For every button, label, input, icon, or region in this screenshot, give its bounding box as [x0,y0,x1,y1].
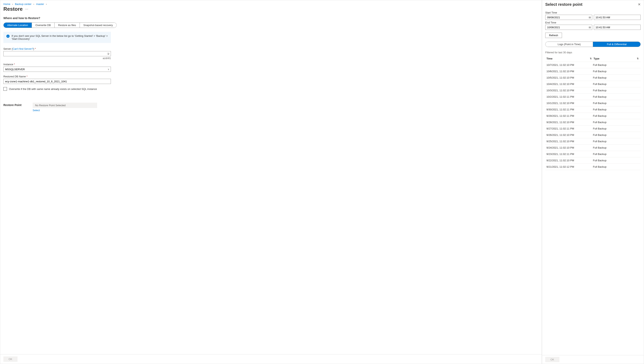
cell-type: Full Backup [593,134,639,136]
cell-time: 9/29/2021, 11:02:11 PM [546,114,593,117]
chevron-right-icon: › [34,3,34,6]
start-date-input[interactable] [545,15,592,20]
section-heading: Where and how to Restore? [4,16,538,20]
info-box: i If you don't see your SQL Server in th… [4,32,111,43]
cell-time: 9/28/2021, 11:02:10 PM [546,121,593,124]
dbname-input[interactable] [4,79,111,84]
sort-icon[interactable]: ⇅ [590,57,592,60]
cell-type: Full Backup [593,108,639,111]
cell-type: Full Backup [593,127,639,130]
table-row[interactable]: 9/22/2021, 11:02:10 PMFull Backup [545,157,640,164]
cell-type: Full Backup [593,76,639,79]
refresh-button[interactable]: Refresh [545,32,562,38]
table-row[interactable]: 9/26/2021, 11:02:10 PMFull Backup [545,132,640,138]
start-time-input[interactable] [594,15,641,20]
cell-time: 10/6/2021, 11:02:10 PM [546,70,593,73]
table-row[interactable]: 9/28/2021, 11:02:10 PMFull Backup [545,119,640,126]
cant-find-server-link[interactable]: Can't find Server? [13,47,33,50]
cell-type: Full Backup [593,121,639,124]
restore-points-table-body: 10/7/2021, 11:02:10 PMFull Backup10/6/20… [545,62,640,170]
restore-point-type-tabs: Logs (Point in Time) Full & Differential [545,42,640,47]
cell-type: Full Backup [593,95,639,98]
tab-logs-pit[interactable]: Logs (Point in Time) [545,42,593,47]
cell-type: Full Backup [593,102,639,105]
restore-mode-tabs: Alternate Location Overwrite DB Restore … [4,22,117,28]
table-row[interactable]: 10/7/2021, 11:02:10 PMFull Backup [545,62,640,68]
cell-type: Full Backup [593,70,639,73]
cell-time: 10/5/2021, 11:02:10 PM [546,76,593,79]
start-time-label: Start Time [545,11,640,14]
cell-time: 9/22/2021, 11:02:10 PM [546,159,593,162]
table-row[interactable]: 9/30/2021, 11:02:11 PMFull Backup [545,106,640,113]
close-icon[interactable]: ✕ [638,2,640,6]
tab-full-differential[interactable]: Full & Differential [593,42,640,47]
end-date-input[interactable] [545,25,592,30]
overwrite-checkbox-label: Overwrite if the DB with same name alrea… [9,88,97,90]
table-row[interactable]: 9/25/2021, 11:02:10 PMFull Backup [545,138,640,144]
table-row[interactable]: 10/3/2021, 11:02:10 PMFull Backup [545,87,640,94]
cell-time: 9/30/2021, 11:02:11 PM [546,108,593,111]
cell-time: 9/24/2021, 11:02:10 PM [546,146,593,149]
sort-icon[interactable]: ⇅ [637,57,639,60]
table-row[interactable]: 10/4/2021, 11:02:10 PMFull Backup [545,81,640,87]
end-time-label: End Time [545,21,640,24]
table-row[interactable]: 9/21/2021, 11:02:12 PMFull Backup [545,164,640,170]
table-row[interactable]: 9/23/2021, 11:02:11 PMFull Backup [545,151,640,157]
table-row[interactable]: 10/1/2021, 11:02:10 PMFull Backup [545,100,640,106]
cell-time: 10/4/2021, 11:02:10 PM [546,82,593,86]
restore-point-status: No Restore Point Selected [33,103,97,108]
cell-type: Full Backup [593,140,639,143]
cell-type: Full Backup [593,152,639,156]
cell-type: Full Backup [593,82,639,86]
col-type[interactable]: Type [594,57,599,60]
table-row[interactable]: 10/2/2021, 11:02:11 PMFull Backup [545,94,640,100]
table-row[interactable]: 10/6/2021, 11:02:10 PMFull Backup [545,68,640,74]
breadcrumb-master[interactable]: master [36,2,44,6]
cell-type: Full Backup [593,146,639,149]
server-select[interactable] [4,51,111,56]
cell-time: 9/23/2021, 11:02:11 PM [546,152,593,156]
cell-time: 9/21/2021, 11:02:12 PM [546,165,593,168]
tab-alternate-location[interactable]: Alternate Location [4,23,32,28]
tab-restore-as-files[interactable]: Restore as files [54,23,80,28]
restore-points-table-header: Time ⇅ Type ⇅ [545,56,640,62]
filter-note: Filtered for last 30 days [545,51,640,54]
dbname-label: Restored DB Name * [4,75,111,78]
cell-time: 10/1/2021, 11:02:10 PM [546,102,593,105]
cell-time: 9/25/2021, 11:02:10 PM [546,140,593,143]
end-time-input[interactable] [594,25,641,30]
col-time[interactable]: Time [546,57,552,60]
cell-time: 10/7/2021, 11:02:10 PM [546,64,593,66]
restore-point-select-link[interactable]: Select [33,109,40,112]
cell-time: 10/2/2021, 11:02:11 PM [546,95,593,98]
tab-overwrite-db[interactable]: Overwrite DB [32,23,54,28]
restore-point-label: Restore Point [4,103,22,106]
cell-type: Full Backup [593,64,639,66]
server-label: Server (Can't find Server?) * [4,47,111,50]
more-icon[interactable]: ⋯ [25,7,29,11]
breadcrumb-home[interactable]: Home [4,2,10,6]
server-helper: azdrill1 [4,57,111,60]
instance-select[interactable] [4,67,111,72]
panel-ok-button: OK [545,357,559,362]
overwrite-checkbox[interactable] [4,87,7,91]
table-row[interactable]: 10/5/2021, 11:02:10 PMFull Backup [545,74,640,81]
table-row[interactable]: 9/24/2021, 11:02:10 PMFull Backup [545,144,640,151]
instance-label: Instance * [4,63,111,66]
chevron-right-icon: › [46,3,47,6]
chevron-right-icon: › [12,3,13,6]
cell-time: 10/3/2021, 11:02:10 PM [546,89,593,92]
cell-type: Full Backup [593,89,639,92]
cell-time: 9/26/2021, 11:02:10 PM [546,134,593,136]
cell-time: 9/27/2021, 11:02:11 PM [546,127,593,130]
main-pane: Home › Backup center › master › Restore … [0,0,542,364]
panel-title: Select restore point [545,2,582,7]
table-row[interactable]: 9/29/2021, 11:02:11 PMFull Backup [545,113,640,119]
table-row[interactable]: 9/27/2021, 11:02:11 PMFull Backup [545,126,640,132]
info-icon: i [6,34,10,38]
tab-snapshot-recovery[interactable]: Snapshot-based recovery [80,23,116,28]
breadcrumb: Home › Backup center › master › [4,2,538,6]
ok-button: OK [4,356,18,362]
cell-type: Full Backup [593,159,639,162]
breadcrumb-backup-center[interactable]: Backup center [15,2,32,6]
